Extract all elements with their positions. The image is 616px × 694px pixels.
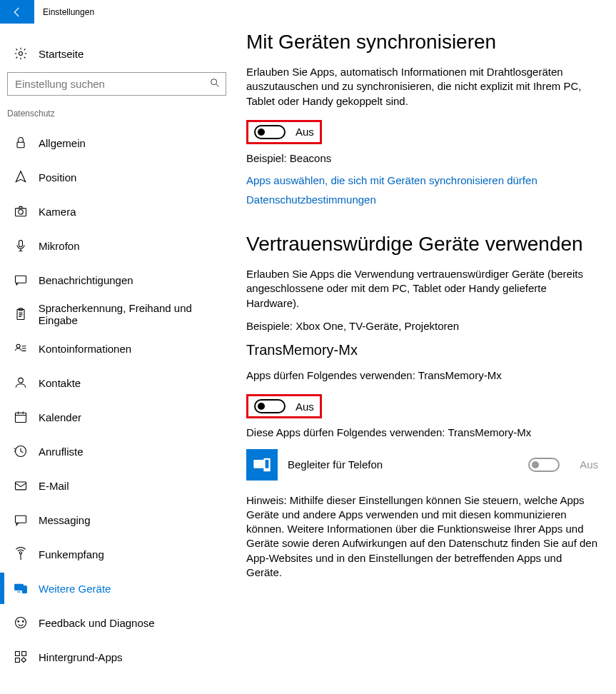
app-row: Begleiter für Telefon Aus — [246, 449, 598, 481]
location-icon — [13, 169, 29, 185]
svg-rect-26 — [266, 460, 269, 468]
sidebar-item-feedback[interactable]: Feedback und Diagnose — [7, 607, 232, 638]
svg-point-18 — [16, 618, 26, 628]
search-input[interactable] — [7, 72, 226, 96]
app-toggle — [528, 458, 560, 472]
sidebar-home-label: Startseite — [39, 48, 84, 60]
id-icon — [13, 341, 29, 356]
sidebar-item-label: E-Mail — [39, 480, 69, 492]
section2-example: Beispiele: Xbox One, TV-Geräte, Projekto… — [246, 319, 598, 333]
note-text: Hinweis: Mithilfe dieser Einstellungen k… — [246, 493, 598, 580]
sidebar-item-label: Benachrichtigungen — [39, 274, 133, 286]
sidebar-item-label: Position — [39, 171, 76, 183]
svg-rect-11 — [16, 413, 26, 422]
sidebar-item-label: Kalender — [39, 411, 81, 423]
sidebar-item-label: Anrufliste — [39, 446, 84, 458]
sidebar-item-label: Hintergrund-Apps — [39, 651, 123, 663]
content-area: Mit Geräten synchronisieren Erlauben Sie… — [239, 24, 616, 675]
svg-rect-21 — [16, 652, 20, 656]
sidebar-item-weitere-geraete[interactable]: Weitere Geräte — [7, 573, 232, 604]
back-button[interactable] — [0, 0, 34, 24]
svg-rect-24 — [253, 460, 264, 468]
sidebar-item-label: Allgemein — [39, 137, 86, 149]
microphone-icon — [13, 238, 29, 253]
sidebar-item-anrufliste[interactable]: Anrufliste — [7, 436, 232, 467]
mail-icon — [13, 478, 29, 493]
privacy-link[interactable]: Datenschutzbestimmungen — [246, 193, 598, 206]
sidebar-item-kontakte[interactable]: Kontakte — [7, 367, 232, 398]
svg-rect-17 — [23, 586, 27, 593]
history-icon — [13, 443, 29, 459]
choose-apps-link[interactable]: Apps auswählen, die sich mit Geräten syn… — [246, 174, 598, 186]
sidebar-item-email[interactable]: E-Mail — [7, 470, 232, 501]
contacts-icon — [13, 375, 29, 391]
sidebar-item-label: Funkempfang — [39, 548, 104, 560]
svg-rect-6 — [16, 276, 26, 283]
svg-rect-14 — [16, 516, 26, 523]
sidebar-item-label: Mikrofon — [39, 240, 80, 252]
device-permission: Apps dürfen Folgendes verwenden: TransMe… — [246, 368, 598, 383]
sidebar-item-kamera[interactable]: Kamera — [7, 196, 232, 227]
calendar-icon — [13, 409, 29, 425]
sidebar-item-label: Spracherkennung, Freihand und Eingabe — [39, 302, 232, 326]
sidebar-home[interactable]: Startseite — [7, 38, 232, 69]
svg-rect-13 — [16, 482, 26, 490]
camera-icon — [13, 203, 29, 219]
section2-desc: Erlauben Sie Apps die Verwendung vertrau… — [246, 267, 598, 311]
device-toggle[interactable] — [254, 399, 286, 413]
sidebar-item-spracherkennung[interactable]: Spracherkennung, Freihand und Eingabe — [7, 298, 232, 330]
device-toggle-label: Aus — [296, 401, 314, 413]
section1-example: Beispiel: Beacons — [246, 151, 598, 166]
search-icon — [209, 77, 221, 91]
sidebar-item-label: Feedback und Diagnose — [39, 617, 155, 629]
toggle-highlight-1: Aus — [246, 120, 322, 144]
sidebar-item-label: Weitere Geräte — [39, 583, 111, 595]
section1-heading: Mit Geräten synchronisieren — [246, 31, 598, 54]
search-box — [7, 72, 226, 96]
sidebar-item-allgemein[interactable]: Allgemein — [7, 127, 232, 159]
app-toggle-label: Aus — [580, 458, 598, 471]
sidebar-item-benachrichtigungen[interactable]: Benachrichtigungen — [7, 264, 232, 296]
apps-icon — [13, 649, 29, 665]
antenna-icon — [13, 546, 29, 562]
section1-desc: Erlauben Sie Apps, automatisch Informati… — [246, 65, 598, 109]
svg-rect-5 — [19, 241, 23, 247]
svg-point-1 — [211, 79, 217, 85]
sync-toggle[interactable] — [254, 125, 286, 139]
message-icon — [13, 272, 29, 288]
sidebar-item-label: Kontoinformationen — [39, 343, 131, 355]
svg-point-0 — [19, 52, 23, 56]
svg-point-20 — [23, 621, 24, 623]
section2-heading: Vertrauenswürdige Geräte verwenden — [246, 233, 598, 256]
sidebar-item-label: Messaging — [39, 514, 91, 526]
devices-icon — [13, 580, 29, 596]
phone-companion-icon — [246, 449, 278, 481]
app-name: Begleiter für Telefon — [288, 458, 528, 471]
sidebar-group-label: Datenschutz — [7, 109, 232, 119]
sidebar-item-funkempfang[interactable]: Funkempfang — [7, 538, 232, 570]
device-heading: TransMemory-Mx — [246, 342, 598, 358]
sidebar-item-kalender[interactable]: Kalender — [7, 401, 232, 433]
window-title: Einstellungen — [43, 7, 94, 17]
sync-toggle-label: Aus — [296, 126, 314, 138]
svg-point-15 — [19, 552, 21, 554]
toggle-highlight-2: Aus — [246, 394, 322, 418]
sidebar-item-label: Kontakte — [39, 377, 81, 389]
sidebar-item-mikrofon[interactable]: Mikrofon — [7, 230, 232, 261]
svg-rect-22 — [22, 652, 26, 656]
svg-rect-2 — [17, 142, 24, 148]
svg-point-10 — [19, 378, 24, 383]
sidebar: Startseite Datenschutz Allgemein Positio… — [0, 24, 239, 675]
sidebar-item-hintergrund-apps[interactable]: Hintergrund-Apps — [7, 641, 232, 673]
lock-icon — [13, 135, 29, 151]
sidebar-item-kontoinformationen[interactable]: Kontoinformationen — [7, 333, 232, 364]
svg-rect-16 — [15, 584, 24, 590]
svg-point-19 — [18, 621, 19, 623]
clipboard-icon — [13, 306, 29, 322]
svg-rect-23 — [16, 658, 20, 663]
sidebar-item-label: Kamera — [39, 206, 76, 218]
sidebar-item-messaging[interactable]: Messaging — [7, 504, 232, 535]
sidebar-item-position[interactable]: Position — [7, 161, 232, 193]
svg-point-4 — [19, 210, 24, 215]
device-apps-label: Diese Apps dürfen Folgendes verwenden: T… — [246, 426, 598, 440]
